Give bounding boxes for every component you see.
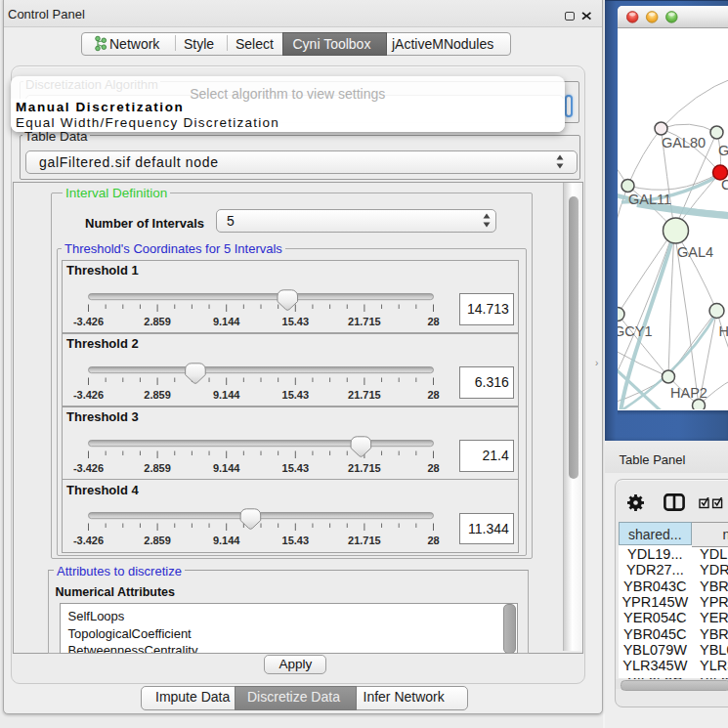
- svg-text:15.43: 15.43: [282, 535, 310, 546]
- svg-text:28: 28: [427, 461, 439, 473]
- svg-text:15.43: 15.43: [282, 315, 310, 326]
- svg-text:28: 28: [427, 388, 439, 400]
- svg-text:28: 28: [427, 535, 439, 546]
- svg-text:GAL80: GAL80: [662, 135, 706, 150]
- svg-text:15.43: 15.43: [282, 388, 310, 400]
- svg-text:28: 28: [427, 315, 439, 326]
- svg-text:GCY1: GCY1: [618, 322, 653, 338]
- svg-text:9.144: 9.144: [213, 461, 240, 473]
- svg-text:2.859: 2.859: [144, 535, 171, 546]
- svg-text:GA: GA: [718, 143, 728, 158]
- svg-text:21.715: 21.715: [348, 535, 381, 546]
- svg-text:-3.426: -3.426: [73, 461, 104, 473]
- svg-text:9.144: 9.144: [213, 535, 240, 546]
- svg-text:-3.426: -3.426: [73, 388, 104, 400]
- svg-text:15.43: 15.43: [282, 461, 310, 473]
- svg-text:9.144: 9.144: [213, 315, 240, 326]
- svg-text:21.715: 21.715: [348, 315, 381, 326]
- svg-text:C: C: [721, 177, 728, 193]
- svg-text:21.715: 21.715: [348, 388, 381, 400]
- svg-text:9.144: 9.144: [213, 388, 240, 400]
- svg-text:GAL11: GAL11: [628, 192, 671, 207]
- svg-text:2.859: 2.859: [144, 461, 171, 473]
- svg-text:H: H: [718, 323, 728, 339]
- svg-text:2.859: 2.859: [144, 388, 171, 400]
- svg-text:GAL4: GAL4: [677, 243, 713, 259]
- svg-text:21.715: 21.715: [348, 461, 381, 473]
- svg-text:2.859: 2.859: [144, 315, 171, 326]
- svg-text:-3.426: -3.426: [73, 315, 104, 326]
- svg-text:HAP2: HAP2: [670, 384, 707, 400]
- svg-text:-3.426: -3.426: [73, 535, 104, 546]
